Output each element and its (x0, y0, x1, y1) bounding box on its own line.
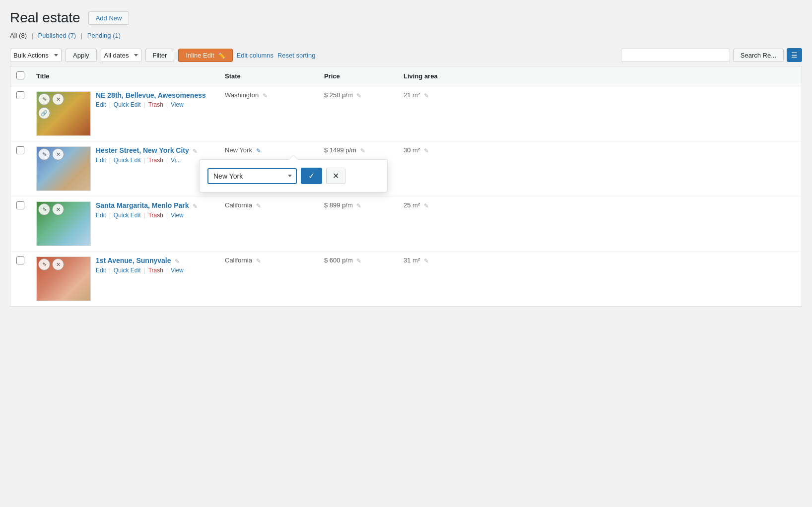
popup-content: Washington New York California Texas Flo… (207, 168, 379, 184)
row-4-price-edit-icon[interactable]: ✎ (356, 257, 363, 264)
pencil-small-icon: ✎ (42, 96, 47, 103)
row-1-view-link[interactable]: View (171, 101, 184, 108)
row-2-area-edit-icon[interactable]: ✎ (424, 147, 431, 154)
row-2-area-cell: 30 m² ✎ (398, 141, 802, 196)
dates-select[interactable]: All dates (101, 49, 141, 62)
row-3-view-link[interactable]: View (171, 212, 184, 219)
row-4-area-cell: 31 m² ✎ (398, 252, 802, 307)
row-3-quickedit-link[interactable]: Quick Edit (114, 212, 141, 219)
filter-all[interactable]: All (8) (10, 32, 27, 39)
row-1-link-image-btn[interactable]: 🔗 (38, 107, 50, 119)
reset-sorting-button[interactable]: Reset sorting (277, 49, 316, 62)
row-4-state-cell: California ✎ (219, 252, 318, 307)
row-1-title-link[interactable]: NE 28th, Bellevue, Awesomeness (96, 91, 206, 99)
select-all-checkbox[interactable] (16, 71, 24, 79)
row-3-state-value: California (225, 201, 252, 209)
add-new-button[interactable]: Add New (88, 11, 130, 25)
row-2-edit-link[interactable]: Edit (96, 157, 106, 164)
row-1-trash-link[interactable]: Trash (148, 101, 163, 108)
close-icon: ✕ (56, 151, 61, 158)
apply-button[interactable]: Apply (66, 49, 97, 62)
col-area[interactable]: Living area (398, 66, 802, 86)
row-4-quickedit-link[interactable]: Quick Edit (114, 267, 141, 274)
popup-arrow-inner (289, 155, 298, 160)
row-3-delete-image-btn[interactable]: ✕ (52, 203, 64, 215)
row-2-state-cell: New York ✎ Washington New York (219, 141, 318, 196)
search-button[interactable]: Search Re... (733, 49, 784, 62)
row-4-state-edit-icon[interactable]: ✎ (256, 257, 263, 264)
row-3-area-value: 25 m² (404, 201, 420, 209)
popup-state-select[interactable]: Washington New York California Texas Flo… (207, 168, 297, 184)
row-4-area-edit-icon[interactable]: ✎ (424, 257, 431, 264)
row-3-actions: Edit | Quick Edit | Trash | View (96, 212, 213, 219)
row-3-title-link[interactable]: Santa Margarita, Menlo Park (96, 201, 189, 209)
col-state[interactable]: State (219, 66, 318, 86)
row-4-title-edit-icon[interactable]: ✎ (175, 258, 182, 265)
row-3-edit-link[interactable]: Edit (96, 212, 106, 219)
row-1-delete-image-btn[interactable]: ✕ (52, 93, 64, 105)
row-2-checkbox[interactable] (16, 146, 24, 154)
row-4-checkbox[interactable] (16, 256, 24, 264)
row-3-area-edit-icon[interactable]: ✎ (424, 202, 431, 209)
list-view-button[interactable]: ☰ (787, 48, 802, 62)
row-2-title-link[interactable]: Hester Street, New York City (96, 146, 189, 154)
table-row: ✎ ✕ 🔗 (10, 86, 802, 141)
row-1-checkbox[interactable] (16, 91, 24, 99)
row-2-view-link[interactable]: Vi... (171, 157, 181, 164)
row-3-trash-link[interactable]: Trash (148, 212, 163, 219)
bulk-actions-select[interactable]: Bulk Actions (10, 49, 62, 62)
row-2-title-content: Hester Street, New York City ✎ Edit | Qu… (96, 146, 213, 164)
row-2-price-edit-icon[interactable]: ✎ (360, 147, 367, 154)
row-2-delete-image-btn[interactable]: ✕ (52, 148, 64, 160)
col-price[interactable]: Price (318, 66, 398, 86)
filter-pending[interactable]: Pending (1) (87, 32, 121, 39)
row-4-title-link[interactable]: 1st Avenue, Sunnyvale (96, 256, 171, 264)
row-4-title-cell: ✎ ✕ 1st Avenue, Sunnyvale (30, 252, 219, 307)
row-2-quickedit-link[interactable]: Quick Edit (114, 157, 141, 164)
row-1-edit-image-btn[interactable]: ✎ (38, 93, 50, 105)
inline-edit-button[interactable]: Inline Edit ✏️ (178, 49, 232, 62)
row-1-quickedit-link[interactable]: Quick Edit (114, 101, 141, 108)
checkmark-icon: ✓ (308, 172, 315, 180)
row-4-trash-link[interactable]: Trash (148, 267, 163, 274)
row-3-area-cell: 25 m² ✎ (398, 196, 802, 252)
table-header-row: Title State Price Living area (10, 66, 802, 86)
row-3-price-edit-icon[interactable]: ✎ (356, 202, 363, 209)
row-4-delete-image-btn[interactable]: ✕ (52, 258, 64, 270)
row-2-title-edit-icon[interactable]: ✎ (193, 148, 200, 155)
row-4-actions: Edit | Quick Edit | Trash | View (96, 267, 213, 274)
filter-button[interactable]: Filter (145, 49, 175, 62)
row-2-trash-link[interactable]: Trash (148, 157, 163, 164)
edit-columns-button[interactable]: Edit columns (237, 49, 273, 62)
row-4-thumbnail: ✎ ✕ (36, 256, 91, 301)
row-1-state-edit-icon[interactable]: ✎ (263, 92, 270, 99)
row-2-edit-image-btn[interactable]: ✎ (38, 148, 50, 160)
dates-wrap: All dates (101, 49, 141, 62)
row-3-price-cell: $ 899 p/m ✎ (318, 196, 398, 252)
search-input[interactable] (621, 49, 730, 62)
row-2-area-value: 30 m² (404, 146, 420, 154)
row-1-edit-link[interactable]: Edit (96, 101, 106, 108)
row-3-checkbox[interactable] (16, 201, 24, 209)
row-1-price-edit-icon[interactable]: ✎ (356, 92, 363, 99)
toolbar: Bulk Actions Apply All dates Filter Inli… (10, 44, 802, 66)
row-4-view-link[interactable]: View (171, 267, 184, 274)
row-2-price-value: $ 1499 p/m (324, 146, 356, 154)
page-header: Real estate Add New (10, 10, 802, 26)
row-2-state-edit-icon[interactable]: ✎ (256, 147, 263, 154)
row-1-thumb-overlay: ✎ ✕ 🔗 (36, 91, 91, 136)
posts-table: Title State Price Living area (10, 66, 802, 307)
close-icon: ✕ (56, 96, 61, 103)
col-title[interactable]: Title (30, 66, 219, 86)
row-4-area-value: 31 m² (404, 256, 420, 264)
filter-published[interactable]: Published (7) (38, 32, 76, 39)
row-3-edit-image-btn[interactable]: ✎ (38, 203, 50, 215)
row-1-area-edit-icon[interactable]: ✎ (424, 92, 431, 99)
row-4-edit-image-btn[interactable]: ✎ (38, 258, 50, 270)
filter-nav: All (8) | Published (7) | Pending (1) (10, 32, 802, 39)
row-3-title-edit-icon[interactable]: ✎ (193, 203, 200, 210)
popup-cancel-button[interactable]: ✕ (326, 168, 345, 184)
popup-confirm-button[interactable]: ✓ (301, 168, 322, 184)
row-3-state-edit-icon[interactable]: ✎ (256, 202, 263, 209)
row-4-edit-link[interactable]: Edit (96, 267, 106, 274)
